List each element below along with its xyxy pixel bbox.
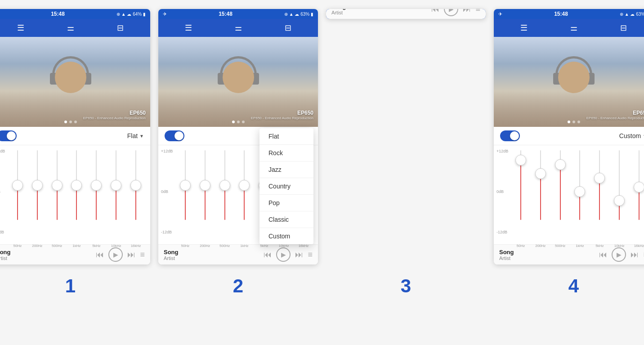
slider-200hz-4[interactable]: 200Hz xyxy=(540,150,541,238)
eq-sliders-4: 50Hz 200Hz 500Hz xyxy=(498,149,644,239)
slider-10khz[interactable]: 10kHz xyxy=(116,150,116,238)
slider-5khz[interactable]: 5kHz xyxy=(96,150,97,238)
eq-preset-label-1[interactable]: Flat ▼ xyxy=(127,132,144,139)
db-mid-2: 0dB xyxy=(161,189,173,194)
slider-16khz-4[interactable]: 16kHz xyxy=(639,150,640,238)
song-info-2: Song Artist xyxy=(164,249,179,261)
slider-1khz-2[interactable]: 1kHz xyxy=(244,150,245,238)
next-btn-2[interactable]: ⏭ xyxy=(295,250,303,260)
db-top-4: +12dB xyxy=(496,149,508,153)
dots-1 xyxy=(64,121,77,123)
playlist-icon-4[interactable]: ⊟ xyxy=(620,23,627,33)
db-labels-4: +12dB 0dB -12dB xyxy=(496,149,508,234)
knob-50hz-4[interactable] xyxy=(515,155,526,166)
time-1: 15:48 xyxy=(51,11,65,17)
slider-200hz[interactable]: 200Hz xyxy=(37,150,38,238)
knob-1khz-2[interactable] xyxy=(239,180,250,191)
prev-btn-3[interactable]: ⏮ xyxy=(431,9,439,14)
slider-10khz-4[interactable]: 10kHz xyxy=(619,150,620,238)
slider-500hz[interactable]: 500Hz xyxy=(57,150,58,238)
ep650-label-1: EP650 EP650 - Enhanced Audio Reproductio… xyxy=(83,110,146,120)
eq-preset-label-4[interactable]: Custom ▼ xyxy=(619,132,644,139)
knob-200hz-2[interactable] xyxy=(200,180,210,191)
slider-5khz-4[interactable]: 5kHz xyxy=(599,150,600,238)
freq-50hz-2: 50Hz xyxy=(181,244,190,248)
playlist-icon-1[interactable]: ⊟ xyxy=(117,23,124,33)
slider-16khz[interactable]: 16kHz xyxy=(135,150,136,238)
preset-pop[interactable]: Pop xyxy=(259,195,313,211)
preset-rock[interactable]: Rock xyxy=(259,145,313,161)
dots-4 xyxy=(568,121,580,123)
slider-500hz-2[interactable]: 500Hz xyxy=(224,150,225,238)
slider-50hz-4[interactable]: 50Hz xyxy=(520,150,521,238)
knob-10khz[interactable] xyxy=(111,180,121,191)
preset-jazz[interactable]: Jazz xyxy=(259,161,313,178)
menu-icon-1[interactable]: ☰ xyxy=(17,23,24,33)
play-btn-1[interactable]: ▶ xyxy=(108,247,123,262)
list-btn-1[interactable]: ≡ xyxy=(140,250,145,260)
knob-500hz-4[interactable] xyxy=(555,159,566,170)
song-artist-2: Artist xyxy=(164,255,179,261)
eq-mode-bar-1: Flat ▼ xyxy=(0,127,150,145)
list-btn-3[interactable]: ≡ xyxy=(475,9,480,14)
list-btn-2[interactable]: ≡ xyxy=(308,250,313,260)
screen-3: ✈ 15:48 ⊕ ▲ ☁ 64% ▮ A xyxy=(326,9,486,19)
db-mid-4: 0dB xyxy=(496,189,508,194)
slider-1khz[interactable]: 1kHz xyxy=(76,150,77,238)
slider-500hz-4[interactable]: 500Hz xyxy=(560,150,561,238)
play-btn-4[interactable]: ▶ xyxy=(612,247,626,262)
eq-toggle-2[interactable] xyxy=(165,130,184,141)
knob-200hz-4[interactable] xyxy=(535,168,546,179)
knob-200hz[interactable] xyxy=(32,180,43,191)
menu-icon-2[interactable]: ☰ xyxy=(185,23,192,33)
app-header-1: ☰ ⚌ ⊟ xyxy=(0,19,150,37)
knob-10khz-4[interactable] xyxy=(614,195,625,206)
eq-icon-2[interactable]: ⚌ xyxy=(235,23,242,33)
slider-50hz[interactable]: 50Hz xyxy=(17,150,18,238)
eq-icon-4[interactable]: ⚌ xyxy=(570,23,577,33)
prev-btn-2[interactable]: ⏮ xyxy=(264,250,272,260)
prev-btn-1[interactable]: ⏮ xyxy=(96,250,104,260)
preset-classic[interactable]: Classic xyxy=(259,211,313,228)
knob-1khz-4[interactable] xyxy=(574,186,585,197)
album-art-2: EP650 EP650 - Enhanced Audio Reproductio… xyxy=(158,37,318,127)
eq-icon-1[interactable]: ⚌ xyxy=(67,23,74,33)
knob-500hz-2[interactable] xyxy=(219,180,230,191)
knob-500hz[interactable] xyxy=(52,180,63,191)
dot-active-4 xyxy=(568,121,570,123)
knob-50hz[interactable] xyxy=(12,180,23,191)
eq-toggle-1[interactable] xyxy=(0,130,17,141)
next-btn-1[interactable]: ⏭ xyxy=(127,250,135,260)
playlist-icon-2[interactable]: ⊟ xyxy=(285,23,291,33)
knob-50hz-2[interactable] xyxy=(180,180,191,191)
db-bot-4: -12dB xyxy=(496,230,508,234)
airplane-icon-4: ✈ xyxy=(498,11,502,17)
freq-500hz-4: 500Hz xyxy=(555,244,565,248)
screen-2: ✈ 15:48 ⊕ ▲ ☁ 63% ▮ ☰ ⚌ ⊟ EP650 EP650 - … xyxy=(158,9,318,264)
knob-1khz[interactable] xyxy=(71,180,82,191)
song-info-3: Song Artist xyxy=(331,9,346,15)
freq-10khz-4: 10kHz xyxy=(614,244,625,248)
next-btn-3[interactable]: ⏭ xyxy=(463,9,471,14)
preset-flat[interactable]: Flat xyxy=(259,128,313,145)
preset-dropdown-2[interactable]: Flat Rock Jazz Country Pop Classic Custo… xyxy=(259,128,313,244)
preset-custom[interactable]: Custom xyxy=(259,228,313,244)
menu-icon-4[interactable]: ☰ xyxy=(520,23,528,33)
knob-5khz[interactable] xyxy=(91,180,102,191)
prev-btn-4[interactable]: ⏮ xyxy=(599,250,607,260)
knob-5khz-4[interactable] xyxy=(594,173,605,184)
screen-number-4: 4 xyxy=(494,275,644,297)
status-icons-4: ⊕ ▲ ☁ 63% ▮ xyxy=(620,12,644,17)
slider-1khz-4[interactable]: 1kHz xyxy=(579,150,580,238)
knob-16khz-4[interactable] xyxy=(634,182,644,193)
play-btn-2[interactable]: ▶ xyxy=(276,247,291,262)
eq-toggle-4[interactable] xyxy=(500,130,520,141)
slider-200hz-2[interactable]: 200Hz xyxy=(205,150,206,238)
dot-2-2 xyxy=(242,121,245,123)
slider-50hz-2[interactable]: 50Hz xyxy=(185,150,186,238)
next-btn-4[interactable]: ⏭ xyxy=(631,250,639,260)
preset-country[interactable]: Country xyxy=(259,178,313,195)
knob-16khz[interactable] xyxy=(130,180,141,191)
play-btn-3[interactable]: ▶ xyxy=(444,9,458,16)
db-bot-1: -12dB xyxy=(0,230,5,234)
